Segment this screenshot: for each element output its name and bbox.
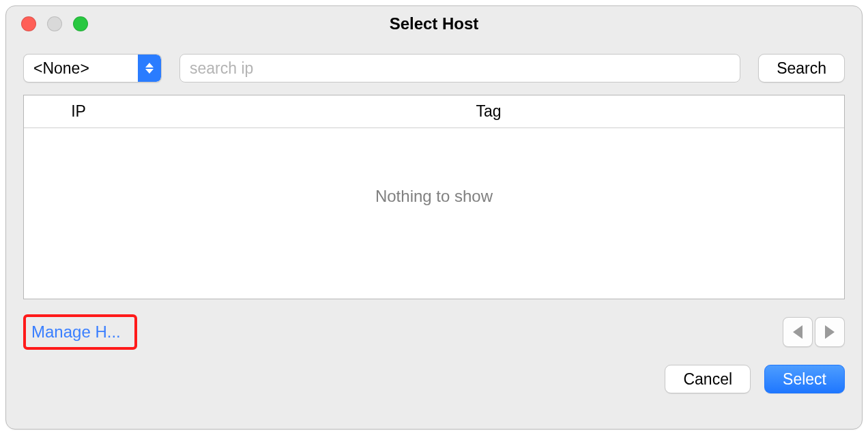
titlebar: Select Host xyxy=(6,6,862,42)
traffic-lights xyxy=(6,16,88,31)
minimize-window-button[interactable] xyxy=(47,16,62,31)
close-window-button[interactable] xyxy=(21,16,36,31)
manage-hosts-link[interactable]: Manage H... xyxy=(31,322,121,341)
filter-dropdown-label: <None> xyxy=(24,59,138,78)
page-prev-button[interactable] xyxy=(783,317,813,347)
select-button[interactable]: Select xyxy=(764,365,845,393)
table-empty-state: Nothing to show xyxy=(24,128,844,299)
table-header: IP Tag xyxy=(24,95,844,128)
manage-hosts-highlight: Manage H... xyxy=(23,314,137,350)
window-title: Select Host xyxy=(6,14,862,33)
column-header-tag[interactable]: Tag xyxy=(133,102,844,121)
dropdown-arrows-icon xyxy=(138,55,161,82)
chevron-left-icon xyxy=(793,325,802,339)
pager xyxy=(783,317,845,347)
page-next-button[interactable] xyxy=(815,317,845,347)
chevron-right-icon xyxy=(825,325,835,339)
footer-row-2: Cancel Select xyxy=(6,350,862,393)
host-table: IP Tag Nothing to show xyxy=(23,95,845,299)
zoom-window-button[interactable] xyxy=(73,16,88,31)
empty-message: Nothing to show xyxy=(375,187,493,206)
column-header-ip[interactable]: IP xyxy=(24,102,133,121)
search-ip-input[interactable] xyxy=(179,54,740,82)
cancel-button[interactable]: Cancel xyxy=(665,365,751,393)
footer-row-1: Manage H... xyxy=(6,299,862,350)
toolbar: <None> Search xyxy=(6,42,862,89)
search-button[interactable]: Search xyxy=(758,54,845,82)
select-host-dialog: Select Host <None> Search IP Tag Nothing… xyxy=(5,5,863,430)
filter-dropdown[interactable]: <None> xyxy=(23,54,162,82)
